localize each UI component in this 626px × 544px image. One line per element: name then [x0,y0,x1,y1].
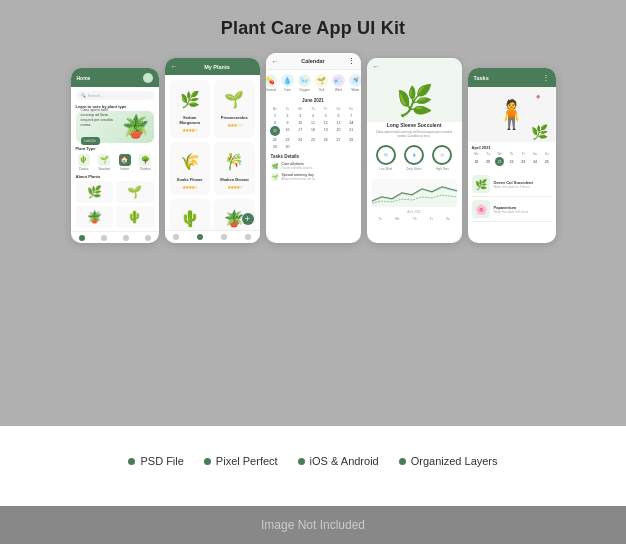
cal-14[interactable]: 14 [345,119,358,126]
nav-plants[interactable] [101,235,107,241]
p2-card-1[interactable]: 🌿 Sedum Morganum ★★★★☆ [170,80,211,138]
p5-task-row-1[interactable]: 🌿 Green Cul Succulent Water this plant f… [472,172,552,197]
cal-29[interactable]: 29 [269,143,282,150]
plant-card-2[interactable]: 🌱 [116,181,154,203]
cal-20[interactable]: 20 [332,126,345,136]
p5-day-fr[interactable]: Fr 23 [518,152,528,166]
p5-day-th[interactable]: Th 22 [507,152,517,166]
p4-back-icon[interactable]: ← [373,63,380,70]
plant-card-4[interactable]: 🌵 [116,206,154,228]
cal-18[interactable]: 18 [307,126,320,136]
cal-26[interactable]: 26 [319,136,332,143]
cal-9[interactable]: 9 [281,119,294,126]
p2-nav-3[interactable] [221,234,227,240]
p3-icon-care[interactable]: 💧 Care [281,74,294,92]
cactus-icon: 🌵 [78,154,90,166]
p3-day-fr: Fr [319,105,332,112]
p4-day-sa: Sa [446,217,450,221]
p3-icon-soil[interactable]: 🌱 Soil [315,74,328,92]
plant-emoji-1: 🌿 [87,185,102,199]
p5-header: Tasks ⋮ [468,68,556,87]
p5-day-mo[interactable]: Mo 19 [471,152,481,166]
p3-back-icon[interactable]: ← [272,58,279,65]
cal-4[interactable]: 4 [307,112,320,119]
p5-illustration: ● 🧍 🌿 [468,87,556,142]
p3-icon-wind[interactable]: 💨 Wind [332,74,345,92]
p2-stars-2: ★★★☆☆ [227,122,242,128]
cal-17[interactable]: 17 [294,126,307,136]
p3-task-1[interactable]: 🌿 Care all plants Fusce convallis lobort… [271,162,356,170]
nav-home[interactable] [79,235,85,241]
p3-tasks: Tasks Details 🌿 Care all plants Fusce co… [266,150,361,181]
plant-card-3[interactable]: 🪴 [76,206,114,228]
p4-stat-rain: 🌧️ High Rain [432,145,452,171]
p3-menu-icon[interactable]: ⋮ [348,57,355,65]
p3-task-2[interactable]: 🌱 Special watering day Aliquet elementum… [271,173,356,181]
cal-27[interactable]: 27 [332,136,345,143]
p2-nav-1[interactable] [173,234,179,240]
p5-menu-icon[interactable]: ⋮ [542,73,550,82]
cal-13[interactable]: 13 [332,119,345,126]
p2-nav-4[interactable] [245,234,251,240]
cal-28[interactable]: 28 [345,136,358,143]
p2-back-icon[interactable]: ← [171,63,178,70]
cal-30[interactable]: 30 [281,143,294,150]
search-placeholder: Search... [88,93,104,98]
cal-16[interactable]: 16 [281,126,294,136]
p4-water-circle: 💧 [404,145,424,165]
p5-day-tu[interactable]: Tu 20 [483,152,493,166]
p5-task-info-2: Papaverium Water this plant in 8 hours [494,205,552,214]
type-suculent[interactable]: 🌱 Suculent [98,154,110,171]
cal-19[interactable]: 19 [319,126,332,136]
p2-card-4[interactable]: 🎋 Shaken Bonsai ★★★★☆ [214,142,255,195]
cal-25[interactable]: 25 [307,136,320,143]
p5-task-row-2[interactable]: 🌸 Papaverium Water this plant in 8 hours [472,197,552,222]
p1-lets-go-btn[interactable]: Let's Go [81,137,100,145]
nav-profile[interactable] [145,235,151,241]
p5-character: 🧍 [494,98,529,131]
p5-day-sa[interactable]: Sa 24 [530,152,540,166]
p3-icon-oxygen[interactable]: 🌬️ Oxygen [298,74,311,92]
p3-icon-general[interactable]: 💊 General [266,74,278,92]
p2-card-3[interactable]: 🌾 Snake Flower ★★★★☆ [170,142,211,195]
cal-5[interactable]: 5 [319,112,332,119]
cal-3[interactable]: 3 [294,112,307,119]
cal-10[interactable]: 10 [294,119,307,126]
p3-cal-month: June 2021 [266,98,361,103]
p2-card-2[interactable]: 🌱 Prionoceridus ★★★☆☆ [214,80,255,138]
cal-11[interactable]: 11 [307,119,320,126]
main-area: Plant Care App UI Kit Home 🔍 Search... L… [0,0,626,426]
p4-water-label: Daily Water [406,167,421,171]
p2-add-btn[interactable]: + [242,213,254,225]
p1-search[interactable]: 🔍 Search... [76,91,154,100]
p3-icon-water[interactable]: 🚿 Water [349,74,361,92]
type-indoor[interactable]: 🏠 Indoor [119,154,131,171]
type-outdoor[interactable]: 🌳 Outdoor [139,154,151,171]
feature-organized: Organized Layers [399,455,498,467]
cal-24[interactable]: 24 [294,136,307,143]
cal-23[interactable]: 23 [281,136,294,143]
cal-1[interactable]: 1 [269,112,282,119]
cactus-label: Cactus [79,167,88,171]
oxygen-icon: 🌬️ [298,74,311,87]
p3-header: ← Calendar ⋮ [266,53,361,70]
cal-21[interactable]: 21 [345,126,358,136]
nav-calendar[interactable] [123,235,129,241]
type-cactus[interactable]: 🌵 Cactus [78,154,90,171]
p4-month-label: April 2021 [372,210,457,214]
cal-7[interactable]: 7 [345,112,358,119]
cal-15[interactable]: 15 [270,126,280,136]
p5-task-info-1: Green Cul Succulent Water this plant for… [494,180,552,189]
p5-title: Tasks [474,75,489,81]
plant-card-1[interactable]: 🌿 [76,181,114,203]
p5-day-su[interactable]: Su 25 [542,152,552,166]
feature-ios: iOS & Android [298,455,379,467]
soil-label: Soil [319,88,324,92]
cal-6[interactable]: 6 [332,112,345,119]
p5-day-we[interactable]: We 21 [495,152,505,166]
cal-2[interactable]: 2 [281,112,294,119]
cal-12[interactable]: 12 [319,119,332,126]
p2-nav-2[interactable] [197,234,203,240]
cal-22[interactable]: 22 [269,136,282,143]
cal-8[interactable]: 8 [269,119,282,126]
